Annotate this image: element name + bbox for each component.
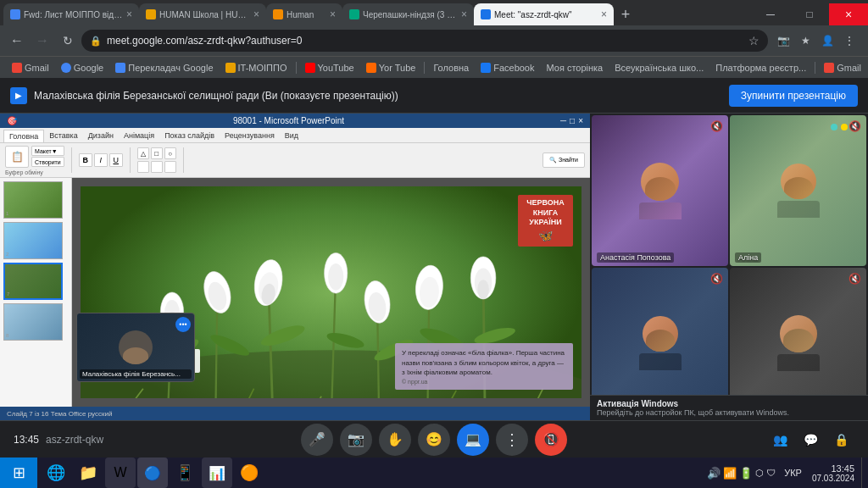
- svg-point-15: [328, 263, 343, 291]
- pp-shape-btn2[interactable]: □: [151, 147, 163, 159]
- profile-button[interactable]: 👤: [817, 30, 837, 51]
- bookmark-itoippo[interactable]: IT-МОІППО: [220, 61, 292, 75]
- tab-bar: Fwd: Лист МОІППО від 06.03... × HUMAN Шк…: [0, 0, 868, 25]
- tray-network-icon[interactable]: 📶: [723, 467, 737, 480]
- reload-button[interactable]: ↻: [56, 29, 80, 53]
- pp-tab-insert[interactable]: Вставка: [44, 130, 82, 142]
- taskbar-app-chrome[interactable]: 🔵: [137, 458, 168, 488]
- pp-find-btn[interactable]: 🔍 Знайти: [542, 152, 585, 168]
- pp-paste-btn[interactable]: 📋: [5, 146, 29, 168]
- bookmark-button[interactable]: ★: [795, 30, 815, 51]
- tab-turtles[interactable]: Черепашки-ніндзя (3 сезон... ×: [342, 3, 474, 25]
- bookmark-youtube[interactable]: YouTube: [300, 61, 359, 75]
- pp-create-btn[interactable]: Створити: [31, 157, 64, 167]
- tab-human[interactable]: Human ×: [266, 3, 342, 25]
- end-call-button[interactable]: 📵: [535, 424, 567, 456]
- back-button[interactable]: ←: [5, 29, 29, 53]
- tab-human-school[interactable]: HUMAN Школа | HUMAN ×: [139, 3, 266, 25]
- camera-permission-icon[interactable]: 📷: [773, 30, 793, 51]
- taskbar-language[interactable]: УКР: [781, 468, 805, 478]
- participant-mute-alina: 🔇: [849, 120, 861, 132]
- tray-security-icon[interactable]: 🛡: [766, 468, 776, 478]
- slide-count: Слайд 7 із 16 Тема Office русский: [7, 410, 112, 418]
- pp-shape-btn1[interactable]: △: [137, 147, 149, 159]
- pp-shape-btn5[interactable]: [151, 161, 163, 173]
- show-desktop-button[interactable]: [861, 458, 868, 488]
- pp-tab-animation[interactable]: Анімація: [119, 130, 159, 142]
- pp-shape-btn6[interactable]: [164, 161, 176, 173]
- present-button[interactable]: 💻: [457, 424, 489, 456]
- pp-slide-thumb-2[interactable]: 2: [3, 222, 68, 259]
- taskbar-app-viber[interactable]: 📱: [170, 458, 200, 488]
- participant-mute-dima-t: 🔇: [849, 273, 861, 285]
- bookmark-gmail[interactable]: Gmail: [7, 61, 54, 75]
- participant-mute-dima-d: 🔇: [710, 273, 723, 285]
- activities-button[interactable]: 🔒: [827, 426, 854, 453]
- forward-button[interactable]: →: [31, 29, 54, 53]
- bookmark-home[interactable]: Головна: [428, 61, 474, 75]
- nav-bar: ← → ↻ 🔒 meet.google.com/asz-zrdt-qkw?aut…: [0, 25, 868, 56]
- new-tab-button[interactable]: +: [614, 3, 637, 25]
- participants-panel: Анастасія Попозова 🔇: [590, 114, 868, 420]
- camera-button[interactable]: 📷: [340, 424, 372, 456]
- tray-bluetooth-icon[interactable]: ⬡: [755, 468, 764, 479]
- pp-italic-btn[interactable]: I: [94, 153, 108, 167]
- pp-tab-design[interactable]: Дизайн: [83, 130, 119, 142]
- windows-taskbar: ⊞ 🌐 📁 W 🔵 📱 📊 🟠 🔊 📶 🔋 ⬡ 🛡 УКР 13:45 07.0…: [0, 458, 868, 488]
- pp-slide-thumb-3[interactable]: 7: [3, 263, 68, 300]
- more-options-button[interactable]: ⋮: [496, 424, 528, 456]
- bookmark-google[interactable]: Google: [56, 61, 108, 75]
- tab-meet-active[interactable]: Meet: "asz-zrdt-qkw" ×: [474, 3, 614, 25]
- browser-chrome: Fwd: Лист МОІППО від 06.03... × HUMAN Шк…: [0, 0, 868, 488]
- minimize-button[interactable]: ─: [751, 3, 790, 25]
- bookmark-platform[interactable]: Платформа реєстр...: [710, 61, 811, 75]
- participants-button[interactable]: 👥: [766, 426, 793, 453]
- hand-raise-button[interactable]: ✋: [379, 424, 411, 456]
- pp-shape-btn3[interactable]: ○: [164, 147, 176, 159]
- pp-tab-home[interactable]: Головна: [3, 130, 44, 142]
- pp-slide-thumb-4[interactable]: 8: [3, 303, 68, 341]
- bookmark-facebook[interactable]: Facebook: [476, 61, 539, 75]
- start-button[interactable]: ⊞: [0, 458, 37, 488]
- pp-shape-btn4[interactable]: [137, 161, 149, 173]
- taskbar-app-edge[interactable]: 🌐: [41, 458, 71, 488]
- pp-bold-btn[interactable]: B: [79, 153, 92, 167]
- pp-new-slide-btn[interactable]: Макет▼: [31, 146, 64, 156]
- pp-close[interactable]: ×: [578, 116, 583, 125]
- bookmark-star-icon[interactable]: ☆: [748, 34, 760, 47]
- pp-tab-review[interactable]: Рецензування: [220, 130, 280, 142]
- controls-left-info: 13:45 asz-zrdt-qkw: [14, 434, 141, 446]
- tab-fwd[interactable]: Fwd: Лист МОІППО від 06.03... ×: [3, 3, 139, 25]
- taskbar-app-word[interactable]: W: [105, 458, 136, 488]
- bookmark-vseuk[interactable]: Всеукраїнська шко...: [609, 61, 709, 75]
- menu-button[interactable]: ⋮: [839, 30, 860, 51]
- pp-tab-slideshow[interactable]: Показ слайдів: [159, 130, 220, 142]
- tray-speaker-icon[interactable]: 🔊: [707, 467, 721, 480]
- bookmark-mystorinка[interactable]: Моя сторінка: [541, 61, 608, 75]
- bookmark-yortube[interactable]: Yor Tube: [361, 61, 421, 75]
- controls-center-buttons: 🎤 📷 ✋ 😊 💻 ⋮ 📵: [301, 424, 567, 456]
- bookmark-gmail2[interactable]: Gmail: [819, 61, 866, 75]
- pp-slide-thumb-1[interactable]: 1: [3, 181, 68, 219]
- bookmark-translator[interactable]: Перекладач Google: [110, 61, 218, 75]
- pp-maximize[interactable]: □: [570, 116, 575, 125]
- microphone-button[interactable]: 🎤: [301, 424, 333, 456]
- taskbar-app-ppt[interactable]: 📊: [202, 458, 232, 488]
- red-book-badge: ЧЕРВОНА КНИГА УКРАЇНИ 🦋: [518, 195, 573, 247]
- pp-underline-btn[interactable]: U: [109, 153, 123, 167]
- maximize-button[interactable]: □: [790, 3, 829, 25]
- pp-tab-view[interactable]: Вид: [280, 130, 303, 142]
- address-bar[interactable]: 🔒 meet.google.com/asz-zrdt-qkw?authuser=…: [81, 30, 768, 52]
- taskbar-app-explorer[interactable]: 📁: [73, 458, 103, 488]
- pp-minimize[interactable]: ─: [560, 116, 566, 125]
- controls-right-actions: 👥 💬 🔒: [727, 426, 854, 453]
- stop-presentation-button[interactable]: Зупинити презентацію: [729, 85, 858, 107]
- chat-button[interactable]: 💬: [797, 426, 824, 453]
- taskbar-app-other[interactable]: 🟠: [234, 458, 264, 488]
- participant-tile-alina: Аліна 🔇: [730, 115, 866, 266]
- participant-tile-anastasia: Анастасія Попозова 🔇: [592, 115, 728, 266]
- taskbar-clock[interactable]: 13:45 07.03.2024: [805, 463, 861, 483]
- close-button[interactable]: ×: [829, 3, 868, 25]
- emoji-button[interactable]: 😊: [418, 424, 450, 456]
- self-view-more-button[interactable]: •••: [175, 317, 191, 332]
